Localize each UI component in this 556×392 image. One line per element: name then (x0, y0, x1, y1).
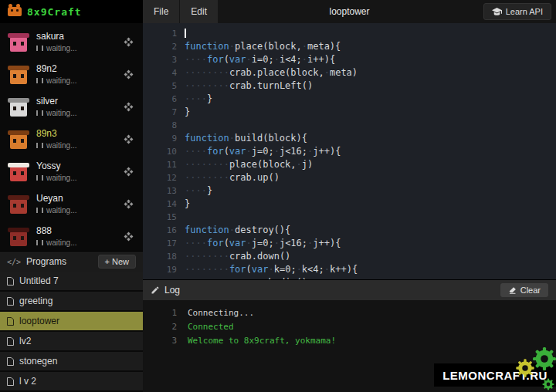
crab-logo-icon (8, 7, 22, 16)
code-line: 12········crab.up() (143, 171, 556, 184)
program-item[interactable]: l v 2 (0, 372, 143, 392)
code-line: 3····for(var·i=0;·i<4;·i++){ (143, 53, 556, 66)
code-text: ········crab.place(block,·meta) (185, 66, 358, 79)
new-program-button[interactable]: + New (98, 255, 137, 269)
locate-player-button[interactable] (122, 68, 135, 81)
learn-api-label: Learn API (506, 7, 543, 16)
menu-file[interactable]: File (143, 0, 179, 23)
player-status: waiting... (46, 238, 76, 247)
avatar-body (10, 69, 27, 84)
code-text: ········place(block,·j) (185, 158, 313, 171)
player-status-row: waiting... (36, 109, 115, 117)
learn-api-icon (492, 8, 502, 16)
line-number: 15 (143, 211, 185, 224)
program-item[interactable]: lv2 (0, 332, 143, 352)
line-number: 13 (143, 184, 185, 198)
locate-player-button[interactable] (122, 230, 135, 243)
locate-player-button[interactable] (122, 198, 135, 211)
top-bar: 8x9Craft File Edit looptower Learn API (0, 0, 556, 23)
player-list: sakura waiting... 89n2 waiting... (0, 23, 143, 251)
move-icon (124, 231, 134, 242)
program-label: greeting (19, 296, 53, 306)
pause-icon (36, 46, 43, 51)
program-item[interactable]: stonegen (0, 352, 143, 372)
line-number: 18 (143, 250, 185, 263)
pause-icon (36, 110, 43, 116)
player-row[interactable]: silver waiting... (0, 90, 143, 123)
log-entry: 3Welcome to 8x9craft, yokmama! (143, 334, 556, 348)
menu-edit[interactable]: Edit (180, 0, 218, 23)
locate-player-button[interactable] (122, 165, 135, 178)
sidebar: sakura waiting... 89n2 waiting... (0, 23, 143, 392)
player-status: waiting... (46, 76, 76, 85)
code-line: 10····for(var·j=0;·j<16;·j++){ (143, 145, 556, 158)
programs-title: Programs (26, 256, 66, 267)
line-number: 10 (143, 145, 185, 158)
player-status: waiting... (46, 206, 76, 215)
player-row[interactable]: Yossy waiting... (0, 155, 143, 188)
log-header: Log Clear (143, 280, 556, 300)
code-line: 8 (143, 119, 556, 132)
code-line: 7} (143, 106, 556, 119)
log-title: Log (164, 285, 180, 296)
player-status: waiting... (46, 141, 76, 150)
line-number: 1 (143, 27, 185, 40)
code-icon: </> (7, 258, 21, 266)
learn-api-button[interactable]: Learn API (483, 3, 551, 20)
player-row[interactable]: 89n2 waiting... (0, 58, 143, 90)
program-item[interactable]: Untitled 7 (0, 272, 143, 292)
move-icon (124, 37, 134, 47)
code-text: ········for(var·k=0;·k<4;·k++){ (185, 263, 358, 276)
code-text: ····for(var·i=0;·i<4;·i++){ (185, 53, 335, 66)
move-icon (124, 134, 134, 144)
program-label: looptower (19, 316, 59, 326)
avatar-body (10, 102, 27, 117)
program-label: l v 2 (19, 376, 36, 387)
code-text: function·build(block){ (185, 132, 307, 145)
code-editor[interactable]: 12function·place(block,·meta){3····for(v… (143, 23, 556, 279)
eraser-icon (508, 286, 517, 295)
code-text: ····for(var·j=0;·j<16;·j++){ (185, 237, 341, 250)
player-info: Ueyan waiting... (36, 193, 115, 215)
move-icon (124, 167, 134, 177)
line-number: 7 (143, 106, 185, 119)
player-info: silver waiting... (36, 96, 115, 117)
avatar-body (10, 199, 27, 214)
code-text: function·destroy(){ (185, 224, 290, 237)
log-line-number: 3 (143, 334, 188, 348)
pause-icon (36, 143, 43, 148)
player-status-row: waiting... (36, 238, 115, 247)
clear-log-button[interactable]: Clear (500, 283, 548, 297)
player-info: 89n3 waiting... (36, 128, 115, 150)
player-row[interactable]: Ueyan waiting... (0, 188, 143, 220)
programs-header: </> Programs + New (0, 251, 143, 272)
code-text: } (185, 106, 190, 119)
avatar-eyes (13, 74, 16, 78)
player-avatar (8, 96, 29, 119)
player-status: waiting... (46, 109, 76, 117)
app-window: 8x9Craft File Edit looptower Learn API s… (0, 0, 556, 392)
line-number: 3 (143, 53, 185, 66)
player-status: waiting... (46, 44, 76, 52)
line-number: 5 (143, 79, 185, 93)
player-row[interactable]: 89n3 waiting... (0, 123, 143, 155)
line-number: 19 (143, 263, 185, 276)
avatar-eyes (13, 204, 16, 208)
programs-panel: </> Programs + New Untitled 7 greeting l… (0, 251, 143, 392)
program-label: Untitled 7 (19, 275, 59, 286)
log-message: Welcome to 8x9craft, yokmama! (188, 334, 336, 348)
program-item[interactable]: looptower (0, 312, 143, 332)
locate-player-button[interactable] (122, 35, 135, 49)
program-item[interactable]: greeting (0, 292, 143, 312)
locate-player-button[interactable] (122, 100, 135, 113)
gear-icon (541, 377, 555, 391)
line-number: 9 (143, 132, 185, 145)
code-line: 18········crab.down() (143, 250, 556, 263)
player-row[interactable]: 888 waiting... (0, 220, 143, 251)
text-cursor (185, 29, 186, 38)
player-row[interactable]: sakura waiting... (0, 25, 143, 58)
line-number: 11 (143, 158, 185, 171)
avatar-roof (8, 195, 29, 200)
logo-text: 8x9Craft (27, 6, 82, 18)
locate-player-button[interactable] (122, 133, 135, 146)
